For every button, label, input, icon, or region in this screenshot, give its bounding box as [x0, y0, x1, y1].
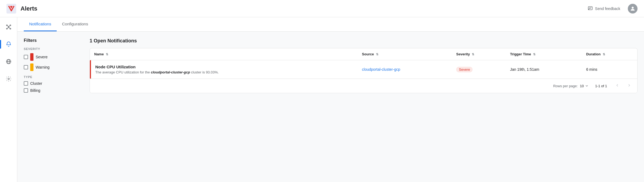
col-trigger-time[interactable]: Trigger Time ⇅: [506, 48, 582, 60]
tabs-container: Notifications Configurations: [17, 17, 644, 32]
col-duration[interactable]: Duration ⇅: [582, 48, 637, 60]
warning-checkbox[interactable]: [24, 65, 28, 69]
severity-badge: Severe: [456, 67, 473, 72]
sidebar: [0, 17, 17, 182]
alert-name-cell: Node CPU Utilization The average CPU uti…: [90, 60, 358, 79]
svg-point-8: [6, 28, 7, 29]
send-feedback-button[interactable]: Send feedback: [584, 4, 623, 14]
pagination-next-button[interactable]: [625, 82, 633, 90]
hub-icon: [6, 24, 12, 30]
header-left: Alerts: [6, 4, 37, 14]
billing-checkbox[interactable]: [24, 88, 28, 93]
alert-description: The average CPU utilization for the clou…: [95, 70, 353, 74]
col-severity[interactable]: Severity ⇅: [452, 48, 506, 60]
duration-sort-icon: ⇅: [603, 53, 605, 56]
table-container: Name ⇅ Source ⇅ Severity ⇅: [90, 48, 638, 93]
table-row: Node CPU Utilization The average CPU uti…: [90, 60, 637, 79]
filter-warning[interactable]: Warning: [24, 63, 83, 71]
main-content: Notifications Configurations Filters SEV…: [17, 17, 644, 182]
severe-dot: [30, 53, 33, 61]
pagination-prev-button[interactable]: [614, 82, 621, 90]
svg-point-5: [8, 26, 9, 28]
svg-point-4: [632, 6, 633, 8]
header-right: Send feedback: [584, 4, 638, 14]
sidebar-item-globe[interactable]: [3, 56, 14, 67]
alert-source-cell: cloudportal-cluster-gcp: [358, 60, 452, 79]
gear-icon: [6, 76, 12, 82]
sidebar-item-settings[interactable]: [3, 73, 14, 84]
filter-cluster[interactable]: Cluster: [24, 81, 83, 86]
source-sort-icon: ⇅: [376, 53, 378, 56]
rows-per-page: Rows per page: 10: [553, 84, 589, 88]
notifications-heading: 1 Open Notifications: [90, 38, 638, 44]
svg-line-12: [7, 28, 9, 28]
warning-label: Warning: [36, 65, 50, 69]
trigger-sort-icon: ⇅: [533, 53, 535, 56]
filters-panel: Filters SEVERITY Severe Warning TYPE: [24, 38, 83, 95]
duration-value: 6 mins: [586, 67, 597, 72]
alert-desc-suffix: cluster is 93.03%.: [190, 70, 219, 74]
filter-severe[interactable]: Severe: [24, 53, 83, 61]
svg-point-6: [6, 25, 7, 26]
svg-line-10: [7, 26, 9, 26]
page-title: Alerts: [21, 5, 37, 12]
rows-per-page-select[interactable]: 10: [580, 84, 588, 88]
avatar-icon: [630, 6, 636, 12]
bell-icon: [6, 41, 12, 47]
trigger-time: Jan 19th, 1:51am: [510, 67, 539, 72]
rows-per-page-value: 10: [580, 84, 584, 88]
source-link[interactable]: cloudportal-cluster-gcp: [362, 67, 400, 72]
alert-desc-bold: cloudportal-cluster-gcp: [151, 70, 190, 74]
tab-notifications[interactable]: Notifications: [24, 17, 57, 31]
col-name[interactable]: Name ⇅: [90, 48, 358, 60]
filters-title: Filters: [24, 38, 83, 43]
rows-per-page-label: Rows per page:: [553, 84, 578, 88]
table-footer: Rows per page: 10 1-1 of 1: [90, 79, 637, 93]
cluster-label: Cluster: [30, 81, 42, 86]
user-avatar[interactable]: [628, 4, 638, 14]
svg-line-13: [9, 28, 10, 28]
alert-trigger-cell: Jan 19th, 1:51am: [506, 60, 582, 79]
alerts-table: Name ⇅ Source ⇅ Severity ⇅: [90, 48, 637, 79]
sidebar-item-alerts[interactable]: [3, 39, 14, 50]
tabs: Notifications Configurations: [24, 17, 638, 31]
alert-desc-prefix: The average CPU utilization for the: [95, 70, 151, 74]
sidebar-item-hub[interactable]: [3, 22, 14, 32]
chevron-down-icon: [585, 84, 589, 88]
alert-severity-indicator: [90, 60, 91, 79]
app-layout: Notifications Configurations Filters SEV…: [0, 17, 644, 182]
name-sort-icon: ⇅: [106, 53, 108, 56]
col-source[interactable]: Source ⇅: [358, 48, 452, 60]
severity-sort-icon: ⇅: [472, 53, 474, 56]
severe-label: Severe: [36, 55, 48, 59]
svg-line-11: [9, 26, 10, 26]
globe-icon: [6, 59, 12, 65]
alert-name: Node CPU Utilization: [95, 65, 353, 69]
tab-configurations[interactable]: Configurations: [57, 17, 94, 31]
svg-point-9: [10, 28, 11, 29]
alert-severity-cell: Severe: [452, 60, 506, 79]
filter-billing[interactable]: Billing: [24, 88, 83, 93]
cluster-checkbox[interactable]: [24, 81, 28, 86]
app-header: Alerts Send feedback: [0, 0, 644, 17]
severe-checkbox[interactable]: [24, 55, 28, 59]
send-feedback-label: Send feedback: [595, 6, 620, 11]
notifications-panel: 1 Open Notifications Name ⇅ Source: [90, 38, 638, 95]
chevron-left-icon: [615, 83, 619, 87]
billing-label: Billing: [30, 88, 40, 93]
app-logo: [6, 4, 16, 14]
warning-dot: [30, 63, 33, 71]
content-area: Filters SEVERITY Severe Warning TYPE: [17, 32, 644, 102]
severity-section-label: SEVERITY: [24, 47, 83, 50]
chevron-right-icon: [627, 83, 631, 87]
alert-duration-cell: 6 mins: [582, 60, 637, 79]
feedback-icon: [588, 6, 593, 11]
svg-point-17: [8, 78, 9, 80]
pagination-info: 1-1 of 1: [595, 84, 607, 88]
svg-point-7: [10, 25, 11, 26]
table-header-row: Name ⇅ Source ⇅ Severity ⇅: [90, 48, 637, 60]
type-section-label: TYPE: [24, 75, 83, 79]
